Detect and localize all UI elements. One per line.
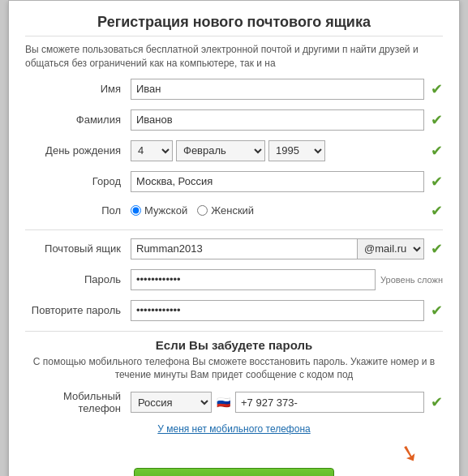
email-row: Почтовый ящик @mail.ru ✔ xyxy=(25,237,443,261)
email-control: @mail.ru xyxy=(131,238,424,259)
form-header: Регистрация нового почтового ящика Вы см… xyxy=(25,14,443,71)
city-control xyxy=(131,171,424,192)
gender-row: Пол Мужской Женский ✔ xyxy=(25,200,443,221)
recovery-description: С помощью мобильного телефона Вы сможете… xyxy=(25,355,443,383)
submit-row: Зарегистрироваться xyxy=(25,468,443,476)
surname-label: Фамилия xyxy=(25,114,131,126)
email-label: Почтовый ящик xyxy=(25,242,131,255)
dob-row: День рождения 4 Февраль 1995 ✔ xyxy=(25,139,443,163)
gender-female-option[interactable]: Женский xyxy=(197,204,254,217)
repeat-password-control xyxy=(131,300,424,321)
recovery-title: Если Вы забудете пароль xyxy=(25,338,443,352)
gender-male-label: Мужской xyxy=(144,204,187,217)
name-check-icon: ✔ xyxy=(431,80,443,98)
name-input[interactable] xyxy=(131,79,424,100)
header-description: Вы сможете пользоваться бесплатной элект… xyxy=(25,36,443,71)
arrow-section: ➘ xyxy=(25,440,443,466)
surname-check-icon: ✔ xyxy=(431,111,443,129)
repeat-password-input[interactable] xyxy=(131,300,424,321)
divider-2 xyxy=(25,331,443,332)
phone-check-icon: ✔ xyxy=(431,393,443,411)
city-input[interactable] xyxy=(131,171,424,192)
gender-female-label: Женский xyxy=(211,204,254,217)
dob-check-icon: ✔ xyxy=(431,142,443,160)
phone-label: Мобильный телефон xyxy=(25,390,131,414)
dob-label: День рождения xyxy=(25,144,131,157)
dob-year-select[interactable]: 1995 xyxy=(268,140,325,161)
phone-row: Мобильный телефон Россия 🇷🇺 ✔ xyxy=(25,388,443,416)
gender-male-option[interactable]: Мужской xyxy=(131,204,187,217)
password-label: Пароль xyxy=(25,273,131,285)
city-label: Город xyxy=(25,175,131,187)
dob-month-select[interactable]: Февраль xyxy=(176,140,265,161)
password-input[interactable] xyxy=(131,269,376,290)
email-check-icon: ✔ xyxy=(431,240,443,258)
gender-male-radio[interactable] xyxy=(131,205,141,216)
registration-form: Регистрация нового почтового ящика Вы см… xyxy=(8,0,460,476)
no-phone-link[interactable]: У меня нет мобильного телефона xyxy=(157,423,310,435)
page-title: Регистрация нового почтового ящика xyxy=(25,14,443,31)
phone-number-input[interactable] xyxy=(235,392,424,413)
phone-country-select[interactable]: Россия xyxy=(131,392,212,413)
submit-button[interactable]: Зарегистрироваться xyxy=(134,468,333,476)
no-phone-section: У меня нет мобильного телефона xyxy=(25,422,443,435)
phone-flag-icon: 🇷🇺 xyxy=(217,396,230,409)
password-row: Пароль Уровень сложн xyxy=(25,268,443,292)
email-domain-select[interactable]: @mail.ru xyxy=(358,238,424,259)
phone-control: Россия 🇷🇺 xyxy=(131,392,424,413)
name-row: Имя ✔ xyxy=(25,77,443,101)
dob-day-select[interactable]: 4 xyxy=(131,140,173,161)
password-control: Уровень сложн xyxy=(131,269,443,290)
gender-check-icon: ✔ xyxy=(431,202,443,220)
dob-control: 4 Февраль 1995 xyxy=(131,140,424,161)
name-control xyxy=(131,79,424,100)
gender-control: Мужской Женский xyxy=(131,204,424,217)
email-username-input[interactable] xyxy=(131,238,358,259)
divider-1 xyxy=(25,229,443,230)
gender-female-radio[interactable] xyxy=(197,205,208,216)
repeat-password-row: Повторите пароль ✔ xyxy=(25,298,443,323)
strength-label: Уровень сложн xyxy=(380,275,443,285)
gender-label: Пол xyxy=(25,204,131,217)
city-check-icon: ✔ xyxy=(431,173,443,191)
repeat-password-check-icon: ✔ xyxy=(431,302,443,319)
name-label: Имя xyxy=(25,83,131,95)
surname-input[interactable] xyxy=(131,109,424,131)
repeat-password-label: Повторите пароль xyxy=(25,304,131,316)
surname-control xyxy=(131,109,424,131)
city-row: Город ✔ xyxy=(25,169,443,194)
surname-row: Фамилия ✔ xyxy=(25,108,443,132)
arrow-icon: ➘ xyxy=(397,438,422,469)
